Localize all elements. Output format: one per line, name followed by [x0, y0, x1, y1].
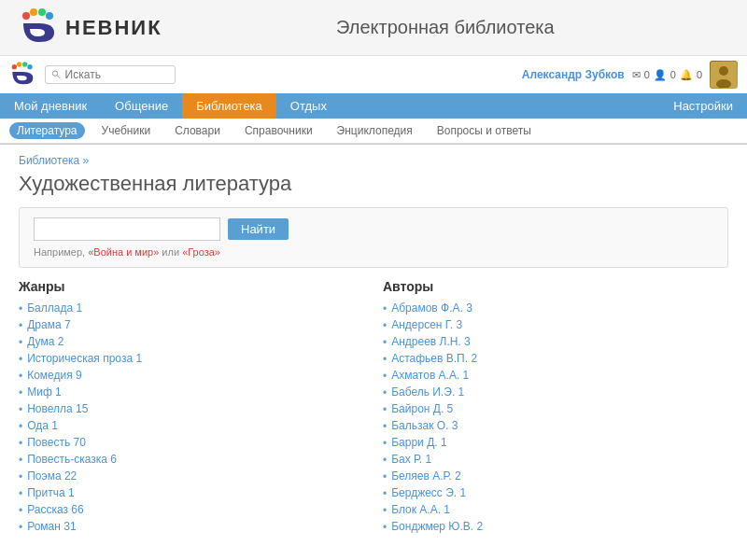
- author-link[interactable]: Андерсен Г. 3: [391, 318, 462, 331]
- author-item[interactable]: •Барри Д. 1: [383, 436, 728, 450]
- genre-item[interactable]: •Поэма 22: [19, 469, 364, 483]
- author-link[interactable]: Бабель И.Э. 1: [391, 385, 464, 399]
- genre-link[interactable]: Роман 31: [27, 520, 76, 533]
- svg-point-6: [22, 62, 27, 66]
- search-box[interactable]: [45, 65, 176, 84]
- genre-item[interactable]: •Новелла 15: [19, 402, 364, 416]
- bullet-icon: •: [19, 336, 22, 349]
- main-nav: Мой дневник Общение Библиотека Отдых Нас…: [0, 93, 747, 119]
- genre-item[interactable]: •Роман 31: [19, 520, 364, 534]
- genre-item[interactable]: •Драма 7: [19, 318, 364, 332]
- sub-nav-dictionaries[interactable]: Словари: [167, 122, 228, 139]
- search-hint-link2[interactable]: «Гроза»: [182, 246, 220, 258]
- author-item[interactable]: •Андреев Л.Н. 3: [383, 335, 728, 349]
- authors-column: Авторы •Абрамов Ф.А. 3•Андерсен Г. 3•Анд…: [383, 279, 728, 537]
- logo-area: НЕВНИК: [19, 7, 162, 49]
- genre-item[interactable]: •Притча 1: [19, 486, 364, 500]
- top-header: НЕВНИК Электронная библиотека: [0, 0, 747, 56]
- genre-link[interactable]: Повесть 70: [27, 436, 86, 449]
- genre-link[interactable]: Историческая проза 1: [27, 352, 142, 365]
- search-panel: Найти Например, «Война и мир» или «Гроза…: [19, 207, 728, 268]
- author-item[interactable]: •Бальзак О. 3: [383, 419, 728, 433]
- author-link[interactable]: Байрон Д. 5: [391, 402, 453, 415]
- author-link[interactable]: Андреев Л.Н. 3: [391, 335, 471, 348]
- bullet-icon: •: [19, 370, 22, 383]
- nav-item-library[interactable]: Библиотека: [182, 93, 276, 119]
- genre-link[interactable]: Комедия 9: [27, 369, 82, 382]
- author-link[interactable]: Астафьев В.П. 2: [391, 352, 477, 365]
- search-hint-link1[interactable]: «Война и мир»: [88, 246, 159, 258]
- genre-link[interactable]: Новелла 15: [27, 402, 88, 415]
- genre-link[interactable]: Ода 1: [27, 419, 58, 432]
- header-title: Электронная библиотека: [162, 17, 728, 38]
- author-link[interactable]: Бах Р. 1: [391, 453, 431, 466]
- genre-link[interactable]: Баллада 1: [27, 301, 82, 315]
- author-item[interactable]: •Андерсен Г. 3: [383, 318, 728, 332]
- genre-item[interactable]: •Повесть-сказка 6: [19, 453, 364, 467]
- author-item[interactable]: •Бонджмер Ю.В. 2: [383, 520, 728, 534]
- logo-text: НЕВНИК: [65, 16, 162, 40]
- genre-item[interactable]: •Баллада 1: [19, 301, 364, 315]
- author-item[interactable]: •Берджесс Э. 1: [383, 486, 728, 500]
- sub-nav-literature[interactable]: Литература: [9, 122, 85, 139]
- genre-link[interactable]: Притча 1: [27, 486, 74, 499]
- sub-nav-textbooks[interactable]: Учебники: [94, 122, 159, 139]
- bullet-icon: •: [383, 302, 387, 315]
- search-row: Найти: [34, 217, 713, 241]
- author-item[interactable]: •Абрамов Ф.А. 3: [383, 301, 728, 315]
- author-item[interactable]: •Байрон Д. 5: [383, 402, 728, 416]
- author-link[interactable]: Берджесс Э. 1: [391, 486, 466, 499]
- genre-item[interactable]: •Ода 1: [19, 419, 364, 433]
- author-item[interactable]: •Бах Р. 1: [383, 453, 728, 467]
- author-item[interactable]: •Беляев А.Р. 2: [383, 469, 728, 483]
- nav-item-leisure[interactable]: Отдых: [276, 93, 341, 119]
- nav-settings[interactable]: Настройки: [659, 93, 747, 119]
- sub-nav-encyclopedia[interactable]: Энциклопедия: [330, 122, 420, 139]
- author-link[interactable]: Абрамов Ф.А. 3: [391, 301, 472, 315]
- svg-line-9: [57, 76, 60, 78]
- genre-item[interactable]: •Историческая проза 1: [19, 352, 364, 366]
- svg-point-0: [22, 12, 30, 20]
- author-link[interactable]: Барри Д. 1: [391, 436, 446, 449]
- author-link[interactable]: Блок А.А. 1: [391, 503, 450, 516]
- genre-item[interactable]: •Рассказ 66: [19, 503, 364, 517]
- author-link[interactable]: Бонджмер Ю.В. 2: [391, 520, 483, 533]
- book-search-input[interactable]: [34, 217, 220, 241]
- authors-list: •Абрамов Ф.А. 3•Андерсен Г. 3•Андреев Л.…: [383, 301, 728, 534]
- small-logo-icon: [9, 61, 37, 89]
- genre-link[interactable]: Поэма 22: [27, 469, 77, 483]
- stat-people-count: 0: [670, 69, 676, 80]
- author-link[interactable]: Беляев А.Р. 2: [391, 469, 460, 483]
- author-link[interactable]: Ахматов А.А. 1: [391, 369, 469, 382]
- avatar-image: [711, 62, 737, 88]
- genre-item[interactable]: •Дума 2: [19, 335, 364, 349]
- bullet-icon: •: [19, 487, 22, 500]
- genre-link[interactable]: Рассказ 66: [27, 503, 84, 516]
- logo-icon: [19, 7, 61, 49]
- sub-nav-qa[interactable]: Вопросы и ответы: [430, 122, 539, 139]
- search-input[interactable]: [65, 68, 169, 81]
- genre-link[interactable]: Драма 7: [27, 318, 70, 331]
- search-icon: [51, 69, 62, 80]
- genre-link[interactable]: Дума 2: [27, 335, 63, 348]
- genre-link[interactable]: Повесть-сказка 6: [27, 453, 117, 466]
- genre-item[interactable]: •Повесть 70: [19, 436, 364, 450]
- svg-point-4: [12, 64, 17, 69]
- author-item[interactable]: •Бабель И.Э. 1: [383, 385, 728, 399]
- author-item[interactable]: •Блок А.А. 1: [383, 503, 728, 517]
- breadcrumb[interactable]: Библиотека »: [19, 154, 728, 167]
- author-link[interactable]: Бальзак О. 3: [391, 419, 458, 432]
- genre-link[interactable]: Миф 1: [27, 385, 62, 399]
- search-button[interactable]: Найти: [228, 218, 289, 240]
- bullet-icon: •: [383, 319, 387, 332]
- nav-item-social[interactable]: Общение: [101, 93, 182, 119]
- columns: Жанры •Баллада 1•Драма 7•Дума 2•Историче…: [19, 279, 728, 537]
- genre-item[interactable]: •Миф 1: [19, 385, 364, 399]
- nav-item-diary[interactable]: Мой дневник: [0, 93, 101, 119]
- author-item[interactable]: •Астафьев В.П. 2: [383, 352, 728, 366]
- bullet-icon: •: [19, 386, 22, 399]
- genre-item[interactable]: •Комедия 9: [19, 369, 364, 383]
- bullet-icon: •: [383, 487, 387, 500]
- sub-nav-references[interactable]: Справочники: [237, 122, 320, 139]
- author-item[interactable]: •Ахматов А.А. 1: [383, 369, 728, 383]
